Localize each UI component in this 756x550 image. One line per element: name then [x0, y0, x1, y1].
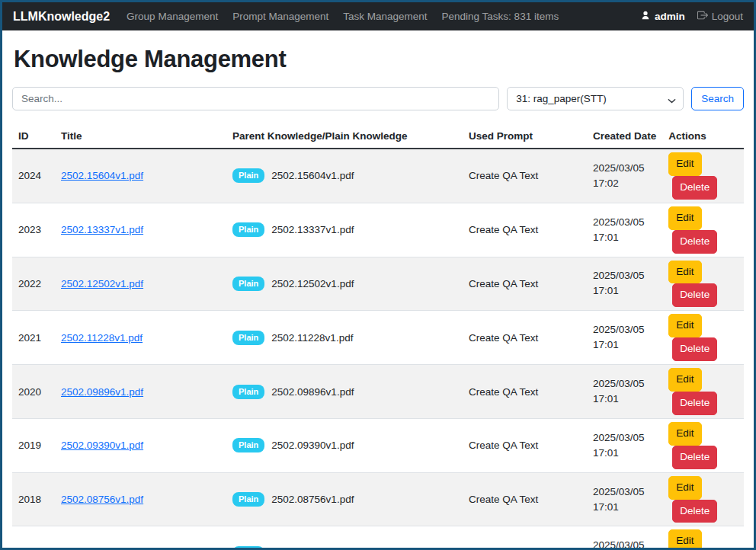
- cell-actions: Edit Delete: [662, 472, 744, 526]
- cell-actions: Edit Delete: [662, 257, 744, 311]
- created-time: 17:02: [593, 176, 656, 191]
- title-link[interactable]: 2502.08756v1.pdf: [61, 494, 143, 505]
- created-date: 2025/03/05: [593, 268, 656, 283]
- plain-badge: Plain: [232, 385, 264, 399]
- cell-actions: Edit Delete: [662, 418, 744, 472]
- cell-actions: Edit Delete: [662, 365, 744, 419]
- cell-used-prompt: Create QA Text: [463, 472, 587, 526]
- plain-badge: Plain: [232, 168, 264, 183]
- cell-created-date: 2025/03/05 17:01: [587, 365, 662, 419]
- table-row: 2022 2502.12502v1.pdf Plain 2502.12502v1…: [12, 257, 744, 311]
- created-time: 17:01: [593, 446, 656, 461]
- cell-id: 2018: [12, 472, 55, 526]
- username-label: admin: [655, 11, 685, 22]
- edit-button[interactable]: Edit: [668, 529, 701, 550]
- created-date: 2025/03/05: [593, 215, 656, 230]
- cell-id: 2024: [12, 149, 55, 203]
- nav-item-group-management[interactable]: Group Management: [127, 11, 218, 22]
- app-brand[interactable]: LLMKnowledge2: [13, 10, 110, 24]
- group-select-wrap: 31: rag_paper(STT): [507, 87, 684, 110]
- cell-actions: Edit Delete: [662, 311, 744, 365]
- edit-button[interactable]: Edit: [668, 476, 701, 500]
- knowledge-table-head: ID Title Parent Knowledge/Plain Knowledg…: [12, 124, 744, 149]
- main-content: Knowledge Management 31: rag_paper(STT) …: [2, 30, 754, 550]
- plain-badge: Plain: [232, 546, 264, 550]
- table-row: 2023 2502.13337v1.pdf Plain 2502.13337v1…: [12, 203, 744, 257]
- cell-id: 2021: [12, 311, 55, 365]
- edit-button[interactable]: Edit: [668, 152, 701, 176]
- top-navbar: LLMKnowledge2 Group Management Prompt Ma…: [2, 2, 754, 30]
- table-row: 2017 2502.02249v1.pdf Plain 2502.02249v1…: [12, 526, 744, 550]
- header-actions: Actions: [662, 124, 744, 149]
- cell-parent: Plain 2502.11228v1.pdf: [232, 331, 456, 345]
- cell-parent: Plain 2502.08756v1.pdf: [232, 492, 456, 507]
- edit-button[interactable]: Edit: [668, 368, 701, 392]
- cell-created-date: 2025/03/05 17:01: [587, 472, 662, 526]
- logout-label: Logout: [712, 11, 743, 22]
- cell-id: 2017: [12, 526, 55, 550]
- delete-button[interactable]: Delete: [672, 176, 717, 200]
- created-date: 2025/03/05: [593, 161, 656, 176]
- nav-item-task-management[interactable]: Task Management: [343, 11, 427, 22]
- cell-created-date: 2025/03/05 17:01: [587, 203, 662, 257]
- cell-parent: Plain 2502.15604v1.pdf: [232, 168, 456, 183]
- title-link[interactable]: 2502.11228v1.pdf: [61, 332, 143, 344]
- table-row: 2021 2502.11228v1.pdf Plain 2502.11228v1…: [12, 311, 744, 365]
- cell-id: 2023: [12, 203, 55, 257]
- created-time: 17:01: [593, 500, 656, 515]
- delete-button[interactable]: Delete: [672, 446, 717, 469]
- title-link[interactable]: 2502.09896v1.pdf: [61, 386, 143, 398]
- cell-actions: Edit Delete: [662, 203, 744, 257]
- table-row: 2020 2502.09896v1.pdf Plain 2502.09896v1…: [12, 365, 744, 419]
- title-link[interactable]: 2502.12502v1.pdf: [61, 278, 143, 289]
- title-link[interactable]: 2502.09390v1.pdf: [61, 440, 143, 451]
- cell-created-date: 2025/03/05 17:01: [587, 418, 662, 472]
- logout-button[interactable]: Logout: [697, 10, 743, 23]
- parent-filename: 2502.09390v1.pdf: [271, 440, 354, 451]
- title-link[interactable]: 2502.15604v1.pdf: [61, 170, 143, 181]
- page-title: Knowledge Management: [14, 46, 744, 73]
- table-row: 2019 2502.09390v1.pdf Plain 2502.09390v1…: [12, 418, 744, 472]
- header-title: Title: [55, 124, 226, 149]
- header-used-prompt: Used Prompt: [463, 124, 587, 149]
- edit-button[interactable]: Edit: [668, 261, 701, 284]
- nav-item-pending-tasks[interactable]: Pending Tasks: 831 items: [442, 11, 559, 22]
- edit-button[interactable]: Edit: [668, 206, 701, 230]
- title-link[interactable]: 2502.13337v1.pdf: [61, 224, 143, 235]
- plain-badge: Plain: [232, 222, 264, 237]
- cell-used-prompt: Create QA Text: [463, 526, 587, 550]
- delete-button[interactable]: Delete: [672, 230, 717, 254]
- knowledge-table: ID Title Parent Knowledge/Plain Knowledg…: [12, 124, 744, 550]
- plain-badge: Plain: [232, 438, 264, 452]
- search-button[interactable]: Search: [691, 87, 744, 110]
- cell-parent: Plain 2502.09390v1.pdf: [232, 438, 456, 452]
- cell-created-date: 2025/03/05 17:01: [587, 311, 662, 365]
- cell-used-prompt: Create QA Text: [463, 311, 587, 365]
- created-date: 2025/03/05: [593, 322, 656, 337]
- nav-item-prompt-management[interactable]: Prompt Management: [232, 11, 328, 22]
- edit-button[interactable]: Edit: [668, 422, 701, 446]
- header-id: ID: [12, 124, 55, 149]
- search-input[interactable]: [12, 87, 499, 110]
- created-time: 17:01: [593, 283, 656, 299]
- delete-button[interactable]: Delete: [672, 392, 717, 415]
- cell-created-date: 2025/03/05 17:01: [587, 526, 662, 550]
- cell-used-prompt: Create QA Text: [463, 203, 587, 257]
- created-date: 2025/03/05: [593, 484, 656, 500]
- plain-badge: Plain: [232, 277, 264, 291]
- cell-id: 2019: [12, 418, 55, 472]
- group-select[interactable]: 31: rag_paper(STT): [507, 87, 684, 110]
- parent-filename: 2502.12502v1.pdf: [271, 278, 354, 289]
- cell-parent: Plain 2502.12502v1.pdf: [232, 277, 456, 291]
- parent-filename: 2502.15604v1.pdf: [271, 170, 354, 181]
- created-date: 2025/03/05: [593, 538, 656, 550]
- delete-button[interactable]: Delete: [672, 500, 717, 523]
- logout-icon: [697, 10, 708, 23]
- delete-button[interactable]: Delete: [672, 283, 717, 307]
- edit-button[interactable]: Edit: [668, 314, 701, 337]
- cell-id: 2022: [12, 257, 55, 311]
- created-date: 2025/03/05: [593, 430, 656, 446]
- delete-button[interactable]: Delete: [672, 337, 717, 361]
- cell-parent: Plain 2502.13337v1.pdf: [232, 222, 456, 237]
- cell-used-prompt: Create QA Text: [463, 418, 587, 472]
